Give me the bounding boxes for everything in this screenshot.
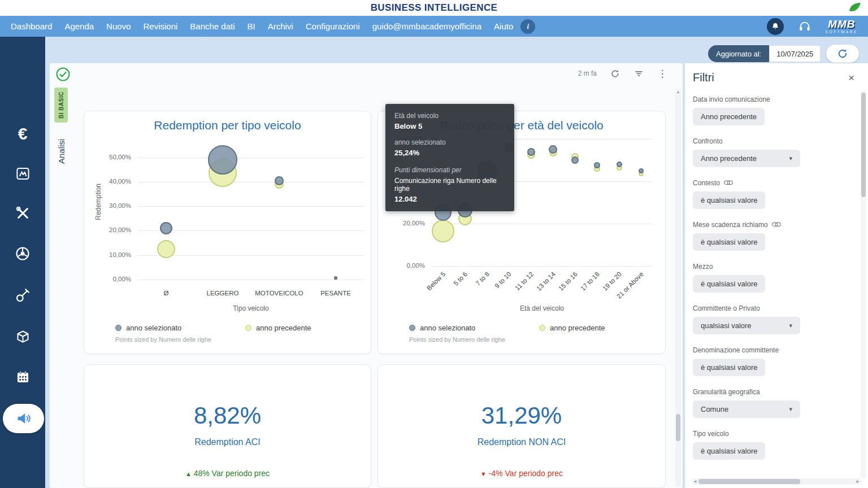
x-axis-title: Età del veicolo — [520, 304, 564, 312]
nav-item-dashboard[interactable]: Dashboard — [5, 21, 58, 31]
nav-item-archivi[interactable]: Archivi — [262, 21, 300, 31]
nav-item-bi[interactable]: BI — [241, 21, 262, 31]
dashboard-filter-button[interactable] — [633, 68, 644, 79]
scroll-left-arrow[interactable]: ◄ — [692, 479, 698, 484]
filter-label: Confronto — [693, 137, 860, 145]
filter-chip-data-invio-comunicazione[interactable]: Anno precedente — [693, 108, 765, 125]
dashboard-more-button[interactable]: ⋮ — [657, 68, 668, 79]
filter-select-committente-o-privato[interactable]: qualsiasi valore▾ — [693, 317, 800, 334]
filter-chip-denominazione-committente[interactable]: è qualsiasi valore — [693, 359, 765, 376]
nav-item-banche-dati[interactable]: Banche dati — [184, 21, 241, 31]
updated-date-field[interactable]: 10/07/2025 — [769, 45, 821, 62]
sidebar-item-lift[interactable] — [0, 160, 45, 187]
gridline — [138, 280, 364, 280]
nav-items: DashboardAgendaNuovoRevisioniBanche dati… — [5, 16, 519, 37]
filter-group-committente-o-privato: Committente o Privatoqualsiasi valore▾ — [693, 304, 860, 334]
y-tick-label: 30,00% — [84, 202, 131, 209]
main-scrollbar-thumb[interactable] — [676, 414, 680, 441]
bubble-anno-selezionato-4[interactable] — [527, 148, 535, 156]
legend-item-anno-precedente[interactable]: anno precedente — [539, 324, 666, 332]
filter-select-granularit-geografica[interactable]: Comune▾ — [693, 400, 800, 418]
nav-item-configurazioni[interactable]: Configurazioni — [300, 21, 366, 31]
bubble-anno-selezionato-0[interactable] — [160, 222, 172, 234]
x-tick-label: Below 5 — [426, 271, 446, 291]
legend-dot — [409, 325, 415, 331]
support-button[interactable] — [796, 18, 813, 35]
y-tick-label: 10,00% — [84, 251, 131, 258]
chart-legend: anno selezionatoanno precedente — [115, 324, 371, 332]
nav-item-aiuto[interactable]: Aiuto — [488, 21, 519, 31]
sidebar-item-wheel[interactable] — [0, 240, 45, 267]
sidebar-item-campaigns-active[interactable] — [3, 404, 44, 433]
filter-chip-tipo-veicolo[interactable]: è qualsiasi valore — [693, 442, 765, 460]
filter-group-granularit-geografica: Granularità geograficaComune▾ — [693, 388, 860, 418]
filter-select-confronto[interactable]: Anno precedente▾ — [693, 150, 800, 167]
filter-label: Denominazione committente — [693, 346, 860, 354]
top-strip: BUSINESS INTELLIGENCE — [0, 0, 868, 16]
bubble-anno-selezionato-6[interactable] — [571, 156, 579, 164]
y-tick-label: 0,00% — [378, 262, 425, 269]
legend-item-anno-precedente[interactable]: anno precedente — [245, 324, 371, 332]
bubble-anno-selezionato-1[interactable] — [208, 145, 237, 175]
filter-label: Committente o Privato — [693, 304, 860, 312]
sidebar-item-euro[interactable]: € — [0, 120, 45, 147]
filter-chip-contesto[interactable]: è qualsiasi valore — [693, 191, 765, 209]
app-title: BUSINESS INTELLIGENCE — [371, 2, 498, 14]
scroll-right-arrow[interactable]: ► — [854, 479, 861, 484]
mmb-logo[interactable]: MMB SOFTWARE — [826, 19, 858, 34]
legend-item-anno-selezionato[interactable]: anno selezionato — [115, 324, 245, 332]
global-refresh-button[interactable] — [826, 45, 859, 63]
sidebar-item-service[interactable] — [0, 282, 45, 309]
chart-caption: Points sized by Numero delle righe — [409, 336, 505, 343]
legend-dot — [245, 325, 251, 331]
filter-scrollbar[interactable] — [861, 90, 866, 479]
filter-group-denominazione-committente: Denominazione committenteè qualsiasi val… — [693, 346, 860, 376]
link-icon — [724, 179, 733, 187]
main-scrollbar[interactable]: ▲ — [675, 89, 681, 487]
filter-horizontal-scrollbar[interactable]: ◄ ► — [692, 478, 861, 485]
kpi-value: 31,29% — [378, 402, 665, 429]
x-tick-label: 11 to 12 — [514, 271, 535, 291]
filter-header: Filtri × — [685, 63, 868, 88]
nav-item-guido-mmbacademyofficina[interactable]: guido@mmbacademyofficina — [366, 21, 488, 31]
filter-group-confronto: ConfrontoAnno precedente▾ — [693, 137, 860, 167]
bubble-anno-selezionato-9[interactable] — [639, 168, 644, 173]
x-tick-label: LEGGERO — [207, 290, 239, 297]
filter-group-contesto: Contestoè qualsiasi valore — [693, 179, 860, 209]
nav-item-agenda[interactable]: Agenda — [58, 21, 100, 31]
notifications-button[interactable] — [767, 18, 784, 35]
nav-item-revisioni[interactable]: Revisioni — [137, 21, 184, 31]
section-label-analisi[interactable]: Analisi — [54, 124, 68, 178]
bubble-chart-tipo-veicolo: 0,00%10,00%20,00%30,00%40,00%50,00%ØLEGG… — [84, 111, 371, 354]
filter-panel-title: Filtri — [693, 71, 714, 84]
kpi-delta-value: 48% — [194, 469, 210, 478]
filter-horizontal-scrollbar-thumb[interactable] — [698, 479, 800, 484]
icon-sidebar: € — [0, 37, 45, 488]
sidebar-item-parts[interactable] — [0, 323, 45, 350]
sidebar-item-calendar[interactable] — [0, 363, 45, 390]
filter-group-mese-scadenza-richiamo: Mese scadenza richiamoè qualsiasi valore — [693, 221, 860, 251]
info-button[interactable]: i — [520, 19, 535, 34]
close-icon[interactable]: × — [848, 72, 854, 83]
kpi-label: Redemption NON ACI — [378, 437, 665, 447]
main-navbar: DashboardAgendaNuovoRevisioniBanche dati… — [0, 16, 868, 37]
filter-label: Mezzo — [693, 263, 860, 271]
legend-item-anno-selezionato[interactable]: anno selezionato — [409, 324, 539, 332]
tooltip-dimension-value: Below 5 — [394, 122, 505, 130]
x-tick-label: 17 to 18 — [579, 271, 601, 292]
filter-label: Granularità geografica — [693, 388, 860, 396]
bubble-anno-selezionato-8[interactable] — [617, 162, 622, 167]
filter-scrollbar-thumb[interactable] — [861, 93, 866, 197]
bubble-anno-precedente-0[interactable] — [432, 220, 454, 242]
scroll-up-arrow[interactable]: ▲ — [675, 90, 681, 94]
dashboard-refresh-button[interactable] — [609, 68, 620, 79]
nav-item-nuovo[interactable]: Nuovo — [100, 21, 137, 31]
bubble-anno-selezionato-2[interactable] — [275, 176, 284, 185]
chevron-down-icon: ▾ — [789, 322, 792, 329]
filter-chip-mese-scadenza-richiamo[interactable]: è qualsiasi valore — [693, 233, 765, 251]
sidebar-item-tools[interactable] — [0, 199, 45, 226]
lift-icon — [15, 166, 31, 181]
kpi-card-redemption-aci: 8,82% Redemption ACI ▲ 48% Var periodo p… — [84, 364, 371, 488]
tooltip-series-value: 25,24% — [394, 149, 505, 157]
filter-chip-mezzo[interactable]: è qualsiasi valore — [693, 275, 765, 293]
